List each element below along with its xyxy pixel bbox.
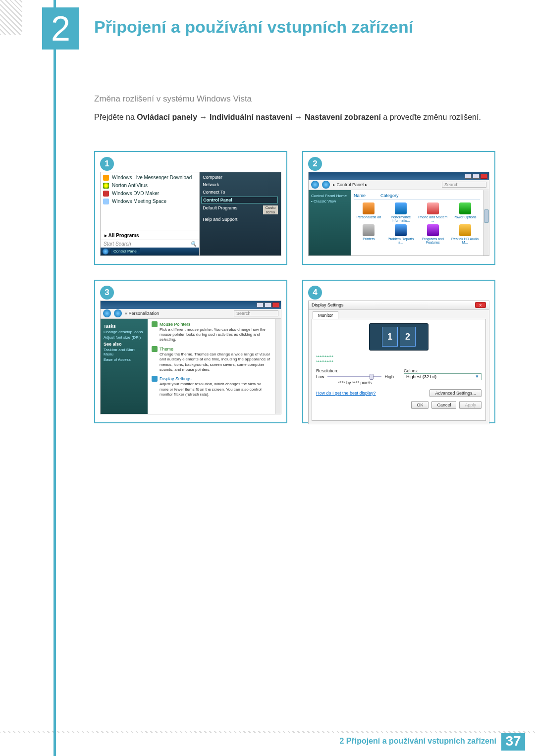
cp-performance[interactable]: Performance Informatio... [386,202,416,222]
cp-problem-reports[interactable]: Problem Reports a... [386,224,416,244]
dialog-title: Display Settings [312,302,344,307]
forward-button-icon[interactable] [322,181,330,189]
menu-item-default-programs[interactable]: Default ProgramsCusto remo [203,205,278,215]
program-item[interactable]: Norton AntiVirus [103,182,197,190]
instruction-text: Přejděte na Ovládací panely → Individuál… [94,111,495,124]
screenshot-step-2: 2 ▸ Control Panel ▸ Search Control Panel… [302,151,495,265]
display-settings-dialog: Display Settings X Monitor 1 2 *********… [308,301,489,424]
colors-select[interactable]: Highest (32 bit)▼ [404,373,482,380]
problem-icon [395,224,407,236]
colors-group: Colors: Highest (32 bit)▼ [404,368,482,385]
tab-strip: Monitor [309,310,489,319]
dialog-body: 1 2 ********** ********** Resolution: Lo… [312,319,486,421]
programs-icon [427,224,439,236]
sidebar-link-taskbar[interactable]: Taskbar and Start Menu [104,348,145,356]
close-icon[interactable]: X [475,302,486,308]
cp-printers[interactable]: Printers [354,224,384,244]
sidebar-heading-see-also: See also [104,342,145,347]
dialog-titlebar: Display Settings X [309,301,489,310]
resolution-slider[interactable]: Low High [316,374,394,379]
all-programs[interactable]: ▸ All Programs [101,231,199,240]
window-body: Tasks Change desktop icons Adjust font s… [101,319,281,414]
screenshot-grid: 1 Windows Live Messenger Download Norton… [94,151,495,423]
help-link[interactable]: How do I get the best display? [316,391,376,396]
step-badge: 4 [308,286,322,300]
display-icon [152,376,158,382]
search-input[interactable]: Search [442,182,486,188]
program-item[interactable]: Windows DVD Maker [103,190,197,198]
breadcrumb[interactable]: « Personalization [125,311,159,316]
pointer-icon [152,321,158,327]
bottom-row: How do I get the best display? Advanced … [316,389,482,397]
cp-power[interactable]: Power Options [450,202,480,222]
cancel-button[interactable]: Cancel [431,401,456,409]
menu-item-control-panel[interactable]: Control Panel [201,197,278,203]
forward-button-icon[interactable] [114,309,122,317]
tab-monitor[interactable]: Monitor [313,311,338,319]
taskbar-button[interactable]: Control Panel [110,248,140,254]
sidebar-link-ease[interactable]: Ease of Access [104,357,145,362]
close-button[interactable] [481,174,487,179]
taskbar: Control Panel [101,248,199,255]
sidebar-heading-tasks: Tasks [104,324,145,329]
cp-phone[interactable]: Phone and Modem ... [418,202,448,222]
ok-button[interactable]: OK [411,401,428,409]
minimize-button[interactable] [465,174,472,179]
monitor-2[interactable]: 2 [400,327,416,347]
screenshot-step-1: 1 Windows Live Messenger Download Norton… [94,151,287,265]
slider-thumb[interactable] [370,374,374,380]
menu-item-help[interactable]: Help and Support [203,216,278,222]
close-button[interactable] [272,302,279,307]
meeting-icon [103,199,109,204]
cp-programs[interactable]: Programs and Features [418,224,448,244]
start-orb-icon[interactable] [103,249,108,254]
sidebar-link-font-size[interactable]: Adjust font size (DPI) [104,335,145,340]
cp-personalization[interactable]: Personalizati on [354,202,384,222]
scrollbar[interactable] [483,190,489,255]
sidebar-link-home[interactable]: Control Panel Home [311,194,348,198]
sidebar-link-classic[interactable]: • Classic View [311,199,348,203]
section-display-settings[interactable]: Display Settings Adjust your monitor res… [152,376,271,397]
footer-hatch [0,731,535,733]
breadcrumb[interactable]: ▸ Control Panel ▸ [333,182,368,187]
search-icon: 🔍 [190,241,196,247]
accent-bar [54,0,56,756]
monitor-1[interactable]: 1 [382,327,398,347]
menu-item-connect[interactable]: Connect To [203,189,278,195]
advanced-settings-button[interactable]: Advanced Settings... [429,389,482,397]
maximize-button[interactable] [473,174,480,179]
search-input[interactable]: Search [234,310,278,316]
scrollbar[interactable] [275,319,281,414]
start-search[interactable]: Start Search🔍 [101,240,199,248]
menu-item-network[interactable]: Network [203,182,278,188]
col-category[interactable]: Category [380,193,399,198]
back-button-icon[interactable] [103,309,111,317]
step-badge: 3 [100,286,114,300]
cp-icon-grid: Personalizati on Performance Informatio.… [354,202,480,244]
start-menu: Windows Live Messenger Download Norton A… [100,172,281,256]
colors-label: Colors: [404,368,482,373]
program-item[interactable]: Windows Meeting Space [103,198,197,205]
sidebar-link-desktop-icons[interactable]: Change desktop icons [104,330,145,334]
maximize-button[interactable] [265,302,271,307]
menu-item-computer[interactable]: Computer [203,174,278,180]
section-theme[interactable]: Theme Change the theme. Themes can chang… [152,346,271,373]
footer-chapter-text: 2 Připojení a používání vstupních zaříze… [339,737,496,746]
program-item[interactable]: Windows Live Messenger Download [103,174,197,182]
dialog-buttons: OK Cancel Apply [316,401,482,409]
settings-row: Resolution: Low High **** by **** pixels… [316,368,482,385]
col-name[interactable]: Name [354,193,366,198]
printer-icon [363,224,374,236]
back-button-icon[interactable] [311,181,319,189]
apply-button[interactable]: Apply [459,401,482,409]
start-menu-right: Computer Network Connect To Control Pane… [200,172,281,255]
screenshot-step-4: 4 Display Settings X Monitor 1 2 *******… [302,280,495,423]
minimize-button[interactable] [257,302,264,307]
performance-icon [395,202,407,214]
messenger-icon [103,175,109,181]
section-mouse-pointers[interactable]: Mouse Pointers Pick a different mouse po… [152,321,271,343]
cp-realtek[interactable]: Realtek HD Audio M... [450,224,480,244]
sidebar: Tasks Change desktop icons Adjust font s… [101,319,148,414]
resolution-group: Resolution: Low High **** by **** pixels [316,368,394,385]
monitor-preview: 1 2 [369,323,428,351]
